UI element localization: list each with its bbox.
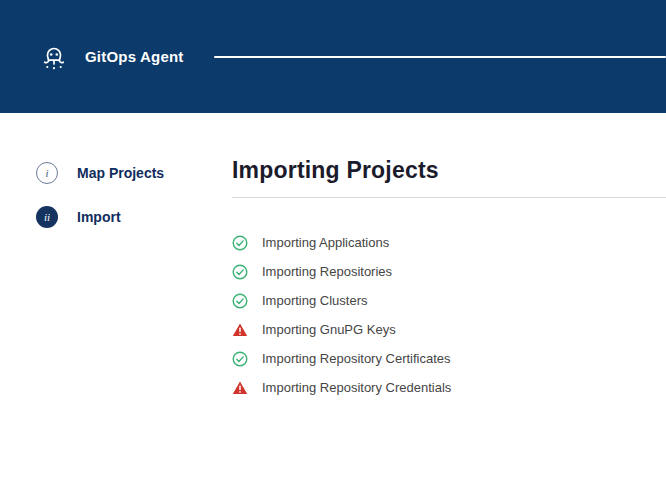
success-check-icon xyxy=(232,293,248,309)
error-warning-icon xyxy=(232,380,248,396)
step-1-badge: i xyxy=(36,162,58,184)
import-panel: Importing Projects Importing Application… xyxy=(232,113,666,402)
wizard-stepper: i Map Projects ii Import xyxy=(0,113,232,250)
import-row-repository-certificates: Importing Repository Certificates xyxy=(232,344,666,373)
import-row-label: Importing Applications xyxy=(262,235,389,250)
import-row-label: Importing Repository Credentials xyxy=(262,380,451,395)
octopus-logo-icon xyxy=(38,41,70,73)
success-check-icon xyxy=(232,235,248,251)
step-1-label: Map Projects xyxy=(77,165,164,181)
error-warning-icon xyxy=(232,322,248,338)
success-check-icon xyxy=(232,264,248,280)
page-title: Importing Projects xyxy=(232,157,666,184)
import-row-label: Importing Clusters xyxy=(262,293,367,308)
title-divider xyxy=(232,197,666,198)
step-2-badge: ii xyxy=(36,206,58,228)
import-row-repository-credentials: Importing Repository Credentials xyxy=(232,373,666,402)
step-2-label: Import xyxy=(77,209,121,225)
import-row-label: Importing Repositories xyxy=(262,264,392,279)
import-row-repositories: Importing Repositories xyxy=(232,257,666,286)
step-map-projects[interactable]: i Map Projects xyxy=(36,162,232,184)
app-header: GitOps Agent xyxy=(0,0,666,113)
import-row-label: Importing Repository Certificates xyxy=(262,351,451,366)
import-row-applications: Importing Applications xyxy=(232,228,666,257)
import-row-gnupg-keys: Importing GnuPG Keys xyxy=(232,315,666,344)
import-row-clusters: Importing Clusters xyxy=(232,286,666,315)
success-check-icon xyxy=(232,351,248,367)
import-row-label: Importing GnuPG Keys xyxy=(262,322,396,337)
step-import[interactable]: ii Import xyxy=(36,206,232,228)
header-divider-line xyxy=(214,56,666,58)
page-content: i Map Projects ii Import Importing Proje… xyxy=(0,113,666,402)
brand: GitOps Agent xyxy=(38,41,184,73)
import-status-list: Importing Applications Importing Reposit… xyxy=(232,228,666,402)
app-title: GitOps Agent xyxy=(85,48,184,65)
